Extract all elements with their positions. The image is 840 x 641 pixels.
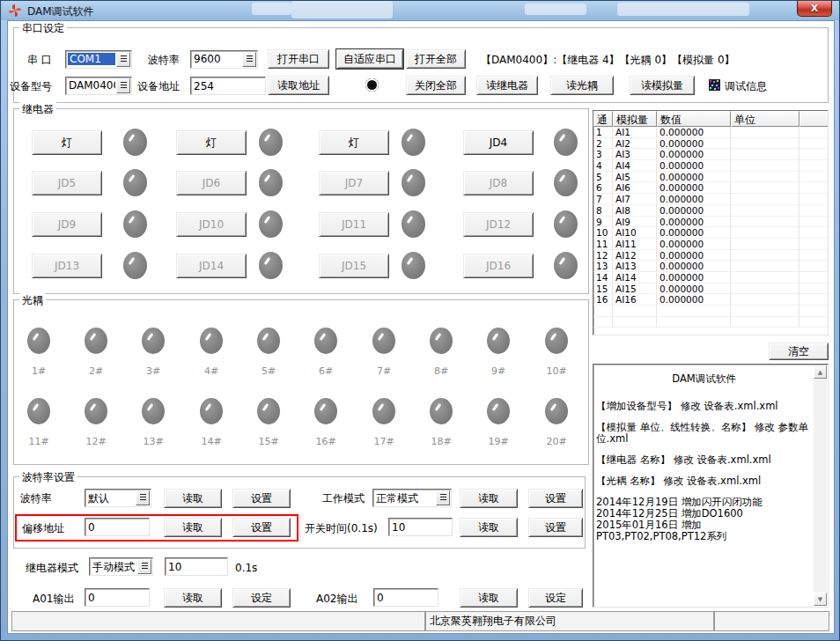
relay-mode-combobox[interactable]: 手动模式 — [89, 557, 153, 576]
switch-time-read-button[interactable]: 读取 — [460, 518, 518, 537]
opto-label-19: 19# — [488, 436, 508, 447]
combo-dropdown-icon[interactable] — [136, 490, 150, 505]
a02-output-input[interactable] — [373, 588, 438, 607]
switch-time-set-button[interactable]: 设置 — [528, 518, 583, 537]
work-mode-read-button[interactable]: 读取 — [460, 489, 518, 508]
relay-button-3[interactable]: 灯 — [319, 130, 389, 155]
title-bar[interactable]: DAM调试软件 X — [1, 1, 839, 20]
analog-table-row[interactable]: 3AI30.000000 — [593, 149, 828, 160]
opto-indicator-12 — [85, 398, 107, 424]
col-header-value[interactable]: 数值 — [657, 111, 731, 127]
a01-read-button[interactable]: 读取 — [164, 588, 222, 608]
opto-indicator-1 — [27, 328, 50, 354]
analog-cell-unit — [731, 250, 799, 262]
offset-set-button[interactable]: 设置 — [232, 518, 291, 537]
baud-set-button[interactable]: 设置 — [232, 489, 291, 508]
analog-table-row[interactable]: 8AI80.000000 — [593, 205, 828, 217]
a02-read-button[interactable]: 读取 — [460, 588, 518, 608]
opto-label-1: 1# — [32, 365, 46, 377]
analog-table-row[interactable]: 9AI90.000000 — [593, 217, 828, 228]
analog-table-row[interactable]: 14AI140.000000 — [593, 272, 828, 284]
read-addr-button[interactable]: 读取地址 — [268, 76, 329, 95]
analog-cell-unit — [731, 138, 799, 150]
work-mode-combobox[interactable]: 正常模式 — [372, 489, 452, 507]
opto-label-16: 16# — [315, 436, 335, 447]
opto-label-4: 4# — [204, 365, 218, 377]
analog-cell-name: AI1 — [613, 127, 657, 138]
combo-dropdown-icon[interactable] — [436, 490, 450, 505]
a01-output-input[interactable] — [85, 588, 150, 607]
opto-indicator-3 — [142, 328, 165, 354]
close-button[interactable]: X — [797, 1, 832, 17]
info-scrollbar[interactable]: ▲ ▼ — [814, 365, 827, 606]
analog-cell-empty — [799, 182, 828, 194]
read-analog-button[interactable]: 读模拟量 — [630, 76, 695, 95]
read-opto-button[interactable]: 读光耦 — [550, 76, 614, 95]
relay-mode-time-input[interactable] — [165, 557, 228, 576]
analog-table-body: 1AI10.0000002AI20.0000003AI30.0000004AI4… — [593, 127, 828, 328]
offset-addr-input[interactable] — [85, 518, 150, 536]
a01-set-button[interactable]: 设定 — [232, 588, 291, 608]
scroll-down-icon[interactable]: ▼ — [814, 593, 827, 606]
analog-cell-value: 0.000000 — [657, 294, 731, 306]
col-header-channel[interactable]: 通 — [593, 111, 613, 127]
analog-cell-unit — [731, 182, 799, 194]
analog-table-row[interactable]: 10AI100.000000 — [593, 227, 828, 239]
close-all-button[interactable]: 关闭全部 — [406, 76, 466, 95]
opto-indicator-13 — [142, 398, 165, 424]
clear-button[interactable]: 清空 — [769, 343, 829, 360]
relay-indicator-13 — [123, 252, 147, 279]
analog-table-row[interactable]: 13AI130.000000 — [593, 261, 828, 272]
combo-dropdown-icon[interactable] — [116, 52, 130, 67]
analog-table-row[interactable]: 1AI10.000000 — [593, 127, 828, 138]
analog-cell-value: 0.000000 — [657, 149, 731, 160]
analog-table[interactable]: 通 模拟量 数值 单位 1AI10.0000002AI20.0000003AI3… — [593, 110, 829, 335]
analog-table-row[interactable]: 5AI50.000000 — [593, 172, 828, 183]
read-relay-button[interactable]: 读继电器 — [476, 76, 538, 95]
analog-table-row[interactable]: 11AI110.000000 — [593, 239, 828, 250]
analog-table-row[interactable]: 2AI20.000000 — [593, 138, 828, 150]
info-entry: 【增加设备型号】 修改 设备表.xml.xml — [596, 401, 812, 412]
analog-cell-unit — [731, 227, 799, 239]
combo-dropdown-icon[interactable] — [137, 559, 151, 574]
analog-table-row[interactable]: 12AI120.000000 — [593, 250, 828, 262]
baud-read-button[interactable]: 读取 — [164, 489, 222, 508]
relay-button-2[interactable]: 灯 — [176, 130, 247, 155]
col-header-analog[interactable]: 模拟量 — [613, 111, 657, 127]
col-header-unit[interactable]: 单位 — [731, 111, 799, 127]
analog-table-row[interactable]: 15AI150.000000 — [593, 284, 828, 295]
background-window-blob — [525, 4, 586, 15]
offset-read-button[interactable]: 读取 — [164, 518, 222, 537]
relay-button-4[interactable]: JD4 — [463, 130, 534, 155]
serial-port-combobox[interactable]: COM1 — [65, 50, 132, 69]
opto-label-3: 3# — [146, 365, 160, 377]
baud-combobox[interactable]: 9600 — [190, 50, 258, 69]
analog-table-row[interactable]: 6AI60.000000 — [593, 182, 828, 194]
a02-set-button[interactable]: 设定 — [528, 588, 583, 608]
analog-cell-empty — [731, 317, 799, 328]
switch-time-input[interactable] — [388, 518, 453, 536]
analog-table-row[interactable]: 7AI70.000000 — [593, 194, 828, 205]
analog-cell-empty — [613, 306, 657, 317]
baud-setting-combobox[interactable]: 默认 — [85, 489, 151, 507]
device-addr-label: 设备地址 — [137, 80, 180, 92]
open-all-button[interactable]: 打开全部 — [406, 49, 466, 69]
analog-cell-empty — [799, 217, 828, 228]
info-panel-content: DAM调试软件 【增加设备型号】 修改 设备表.xml.xml【模拟量 单位、线… — [596, 366, 812, 605]
relay-button-13: JD13 — [32, 254, 102, 278]
device-model-combobox[interactable]: DAM0400 — [65, 77, 132, 95]
analog-table-row[interactable]: 4AI40.000000 — [593, 160, 828, 172]
open-port-button[interactable]: 打开串口 — [268, 49, 329, 69]
analog-table-row[interactable]: 16AI160.000000 — [593, 294, 828, 306]
relay-mode-unit-label: 0.1s — [235, 562, 257, 574]
scroll-up-icon[interactable]: ▲ — [814, 365, 827, 379]
analog-cell-empty — [799, 149, 828, 160]
combo-dropdown-icon[interactable] — [116, 78, 130, 93]
device-addr-input[interactable] — [190, 77, 266, 95]
changelog-entry: 2015年01月16日 增加PT03,PT02,PT08,PT12系列 — [596, 519, 812, 542]
statusbar-pane-right — [714, 611, 829, 631]
work-mode-set-button[interactable]: 设置 — [528, 489, 583, 508]
combo-dropdown-icon[interactable] — [242, 52, 256, 67]
relay-button-1[interactable]: 灯 — [32, 130, 102, 155]
auto-adapt-port-button[interactable]: 自适应串口 — [336, 49, 403, 69]
